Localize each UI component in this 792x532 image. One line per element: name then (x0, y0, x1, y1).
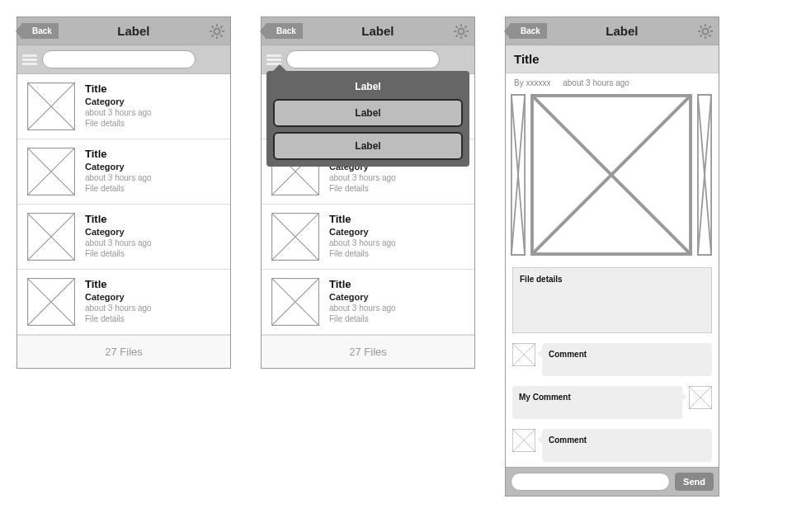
time: about 3 hours ago (563, 78, 629, 87)
search-input[interactable] (42, 50, 196, 68)
avatar-icon (512, 429, 535, 452)
item-details: File details (85, 184, 152, 193)
item-time: about 3 hours ago (85, 108, 152, 117)
item-details: File details (329, 249, 396, 258)
list-item[interactable]: Title Category about 3 hours ago File de… (262, 270, 474, 335)
topbar: Back Label (262, 17, 474, 45)
detail-header: Title (506, 45, 719, 73)
topbar: Back Label (506, 17, 719, 45)
list-item[interactable]: Title Category about 3 hours ago File de… (17, 270, 230, 335)
item-category: Category (329, 227, 396, 237)
comment: Comment (506, 424, 719, 467)
item-category: Category (85, 292, 152, 302)
item-time: about 3 hours ago (85, 238, 152, 247)
popover-option[interactable]: Label (273, 132, 463, 160)
search-bar (17, 45, 230, 74)
page-title: Label (64, 24, 204, 38)
file-list: Title Category about 3 hours ago File de… (17, 74, 230, 335)
author: By xxxxxx (514, 78, 550, 87)
back-button[interactable]: Back (511, 23, 547, 39)
screen-detail: Back Label Title By xxxxxx about 3 hours… (505, 16, 719, 497)
my-comment: My Comment (506, 381, 719, 424)
avatar-icon (689, 386, 712, 409)
thumbnail-icon (271, 213, 319, 261)
item-category: Category (329, 292, 396, 302)
item-time: about 3 hours ago (329, 238, 396, 247)
page-title: Label (552, 24, 692, 38)
item-title: Title (329, 213, 396, 225)
item-category: Category (85, 227, 152, 237)
image-carousel[interactable] (506, 92, 719, 262)
search-input[interactable] (286, 50, 440, 68)
thumbnail-icon (27, 82, 75, 130)
item-details: File details (329, 314, 396, 323)
item-details: File details (329, 184, 396, 193)
detail-title: Title (514, 52, 710, 66)
thumbnail-icon (27, 148, 75, 195)
item-title: Title (85, 213, 152, 225)
comment: Comment (506, 338, 719, 381)
thumbnail-icon (27, 278, 75, 326)
item-details: File details (85, 314, 152, 323)
settings-icon[interactable] (453, 23, 469, 40)
search-bar (262, 45, 474, 74)
file-count: 27 Files (262, 335, 474, 368)
comment-text: Comment (542, 429, 712, 462)
list-item[interactable]: Title Category about 3 hours ago File de… (17, 74, 230, 139)
item-category: Category (85, 162, 152, 172)
prev-image-icon[interactable] (511, 94, 526, 256)
item-title: Title (329, 278, 396, 290)
file-details: File details (512, 267, 712, 333)
screen-list-menu: Back Label Label Label Label Title Categ… (261, 16, 475, 369)
main-image (530, 94, 692, 256)
list-item[interactable]: Title Category about 3 hours ago File de… (17, 139, 230, 205)
item-time: about 3 hours ago (85, 173, 152, 182)
topbar: Back Label (17, 17, 230, 45)
item-title: Title (85, 278, 152, 290)
list-item[interactable]: Title Category about 3 hours ago File de… (262, 205, 474, 270)
comment-text: Comment (542, 343, 712, 376)
item-time: about 3 hours ago (85, 304, 152, 313)
menu-popover: Label Label Label (266, 71, 469, 167)
settings-icon[interactable] (209, 23, 225, 40)
thumbnail-icon (27, 213, 75, 261)
send-button[interactable]: Send (675, 473, 714, 491)
next-image-icon[interactable] (697, 94, 712, 256)
item-category: Category (85, 97, 152, 106)
popover-header: Label (273, 78, 463, 99)
byline: By xxxxxx about 3 hours ago (506, 73, 719, 92)
list-item[interactable]: Title Category about 3 hours ago File de… (17, 205, 230, 270)
page-title: Label (308, 24, 448, 38)
back-button[interactable]: Back (266, 23, 303, 39)
item-title: Title (85, 148, 152, 160)
item-details: File details (85, 119, 152, 128)
avatar-icon (512, 343, 535, 366)
item-time: about 3 hours ago (329, 173, 396, 182)
comment-input-bar: Send (506, 467, 719, 496)
back-button[interactable]: Back (22, 23, 59, 39)
item-details: File details (85, 249, 152, 258)
comment-text: My Comment (512, 386, 682, 419)
item-time: about 3 hours ago (329, 304, 396, 313)
comment-input[interactable] (511, 473, 670, 491)
screen-list: Back Label Title Category about 3 hours … (16, 16, 231, 369)
menu-icon[interactable] (22, 53, 37, 67)
settings-icon[interactable] (697, 23, 714, 40)
file-count: 27 Files (17, 335, 230, 368)
thumbnail-icon (271, 278, 319, 326)
popover-option[interactable]: Label (273, 99, 463, 127)
item-title: Title (85, 82, 152, 95)
